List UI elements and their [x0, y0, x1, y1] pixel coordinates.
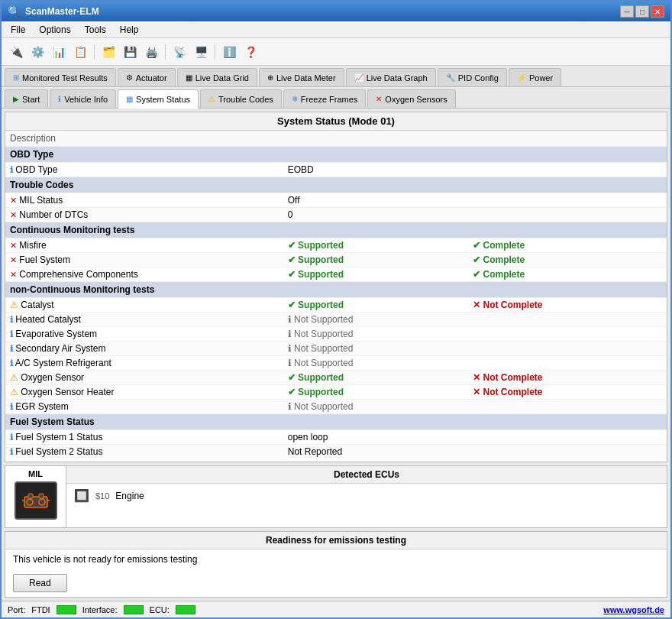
- website-link[interactable]: www.wgsoft.de: [603, 605, 664, 614]
- table-row: ℹ Fuel System 2 Status Not Reported: [5, 445, 667, 459]
- tab-actuator[interactable]: ⚙ Actuator: [118, 68, 176, 86]
- svg-rect-0: [24, 497, 47, 507]
- table-row: ✕ MIL Status Off: [5, 193, 667, 208]
- tab-pid-config[interactable]: 🔧 PID Config: [438, 68, 507, 86]
- tool-info[interactable]: ℹ️: [219, 42, 239, 62]
- menu-bar: File Options Tools Help: [2, 21, 670, 38]
- status-left: Port: FTDI Interface: ECU:: [8, 605, 195, 614]
- warning-icon: ⚠: [10, 300, 18, 310]
- status-table: Description OBD Type ℹ OBD Type EOBD: [5, 131, 667, 459]
- system-status-panel: System Status (Mode 01) Description: [5, 112, 667, 462]
- tab-start[interactable]: ▶ Start: [5, 89, 48, 108]
- app-title: ScanMaster-ELM: [25, 6, 99, 17]
- info-icon: ℹ: [10, 344, 13, 353]
- table-row: ✕ Number of DTCs 0: [5, 208, 667, 222]
- menu-help[interactable]: Help: [114, 23, 145, 37]
- table-row: ℹ Fuel System 1 Status open loop: [5, 430, 667, 445]
- x-icon: ✕: [10, 255, 17, 264]
- table-row: ℹ Heated Catalyst ℹ Not Supported: [5, 313, 667, 327]
- window-controls: ─ □ ✕: [620, 5, 664, 18]
- tool-print[interactable]: 🖨️: [141, 42, 161, 62]
- tab-monitored-test-results[interactable]: ⊞ Monitored Test Results: [5, 68, 116, 86]
- group-trouble-codes: Trouble Codes: [5, 177, 667, 193]
- mil-image: [15, 481, 57, 520]
- tool-save[interactable]: 💾: [120, 42, 140, 62]
- tab-vehicle-info[interactable]: ℹ Vehicle Info: [50, 89, 116, 108]
- readiness-panel: Readiness for emissions testing This veh…: [5, 531, 667, 598]
- title-bar: 🔍 ScanMaster-ELM ─ □ ✕: [2, 2, 670, 21]
- port-label: Port:: [8, 605, 25, 614]
- tool-list[interactable]: 📋: [70, 42, 90, 62]
- maximize-button[interactable]: □: [635, 5, 649, 18]
- menu-file[interactable]: File: [5, 23, 31, 37]
- interface-label: Interface:: [82, 605, 118, 614]
- tool-help[interactable]: ❓: [241, 42, 260, 62]
- group-continuous-monitoring: Continuous Monitoring tests: [5, 222, 667, 238]
- tab-live-data-meter[interactable]: ⊕ Live Data Meter: [259, 68, 344, 86]
- tool-folder[interactable]: 🗂️: [99, 42, 118, 62]
- table-row: ℹ OBD Type EOBD: [5, 163, 667, 177]
- ecu-item: 🔲 $10 Engine: [66, 484, 667, 507]
- ecu-content: Detected ECUs 🔲 $10 Engine: [66, 466, 667, 527]
- mil-label: MIL: [28, 469, 43, 478]
- tab-live-data-grid[interactable]: ▦ Live Data Grid: [177, 68, 257, 86]
- ecu-panel: MIL Detected ECUs: [5, 465, 667, 528]
- tab-bar-2: ▶ Start ℹ Vehicle Info ▦ System Status ⚠…: [2, 87, 670, 109]
- engine-icon-svg: [21, 489, 51, 512]
- tool-settings[interactable]: ⚙️: [27, 42, 47, 62]
- ecu-header: MIL Detected ECUs: [5, 466, 667, 527]
- svg-rect-1: [28, 494, 33, 498]
- info-icon: ℹ: [10, 315, 13, 324]
- tool-grid[interactable]: 📊: [49, 42, 69, 62]
- ecu-name: Engine: [115, 491, 144, 501]
- chip-icon: 🔲: [74, 488, 89, 503]
- ecu-label: ECU:: [150, 605, 170, 614]
- tab-bar-1: ⊞ Monitored Test Results ⚙ Actuator ▦ Li…: [2, 66, 670, 87]
- minimize-button[interactable]: ─: [620, 5, 634, 18]
- x-icon: ✕: [10, 241, 17, 250]
- mil-box: MIL: [5, 466, 66, 527]
- tool-connect[interactable]: 🔌: [6, 42, 26, 62]
- interface-indicator: [124, 605, 144, 614]
- status-bar: Port: FTDI Interface: ECU: www.wgsoft.de: [2, 601, 670, 617]
- toolbar-separator3: [215, 44, 215, 60]
- system-status-title: System Status (Mode 01): [5, 112, 667, 131]
- tab-oxygen-sensors[interactable]: ✕ Oxygen Sensors: [367, 89, 455, 108]
- close-button[interactable]: ✕: [651, 5, 664, 18]
- warning-icon: ⚠: [10, 387, 18, 397]
- col-val1-header: [283, 131, 468, 147]
- warning-icon: ⚠: [10, 372, 18, 383]
- ecu-indicator: [176, 605, 195, 614]
- table-row: ✕ Misfire ✔ Supported ✔ Complete: [5, 238, 667, 253]
- readiness-title: Readiness for emissions testing: [5, 532, 667, 549]
- readiness-message: This vehicle is not ready for emissions …: [5, 549, 667, 569]
- tool-screen[interactable]: 🖥️: [191, 42, 211, 62]
- menu-options[interactable]: Options: [33, 23, 76, 37]
- tool-signal[interactable]: 📡: [170, 42, 189, 62]
- table-row: ⚠ Catalyst ✔ Supported ✕ Not Complete: [5, 298, 667, 313]
- toolbar-separator2: [165, 44, 166, 60]
- info-icon: ℹ: [10, 433, 13, 442]
- table-row: ⚠ Oxygen Sensor Heater ✔ Supported ✕ Not…: [5, 385, 667, 400]
- menu-tools[interactable]: Tools: [79, 23, 112, 37]
- group-non-continuous-monitoring: non-Continuous Monitoring tests: [5, 282, 667, 298]
- tab-trouble-codes[interactable]: ⚠ Trouble Codes: [200, 89, 282, 108]
- port-value: FTDI: [31, 605, 50, 614]
- table-row: ✕ Comprehensive Components ✔ Supported ✔…: [5, 267, 667, 282]
- group-obd-type: OBD Type: [5, 147, 667, 163]
- port-indicator: [57, 605, 76, 614]
- tab-power[interactable]: ⚡ Power: [509, 68, 561, 86]
- info-icon: ℹ: [10, 329, 13, 339]
- toolbar-separator: [94, 44, 95, 60]
- col-desc-header: Description: [5, 131, 283, 147]
- table-row: ℹ A/C System Refrigerant ℹ Not Supported: [5, 356, 667, 371]
- tab-freeze-frames[interactable]: ❄ Freeze Frames: [283, 89, 367, 108]
- read-button[interactable]: Read: [13, 574, 67, 592]
- tab-live-data-graph[interactable]: 📈 Live Data Graph: [346, 68, 436, 86]
- info-icon: ℹ: [10, 165, 13, 174]
- detected-ecus-title: Detected ECUs: [66, 466, 667, 484]
- info-icon: ℹ: [10, 402, 13, 411]
- toolbar: 🔌 ⚙️ 📊 📋 🗂️ 💾 🖨️ 📡 🖥️ ℹ️ ❓: [2, 38, 670, 66]
- tab-system-status[interactable]: ▦ System Status: [118, 89, 199, 109]
- x-icon: ✕: [10, 210, 17, 219]
